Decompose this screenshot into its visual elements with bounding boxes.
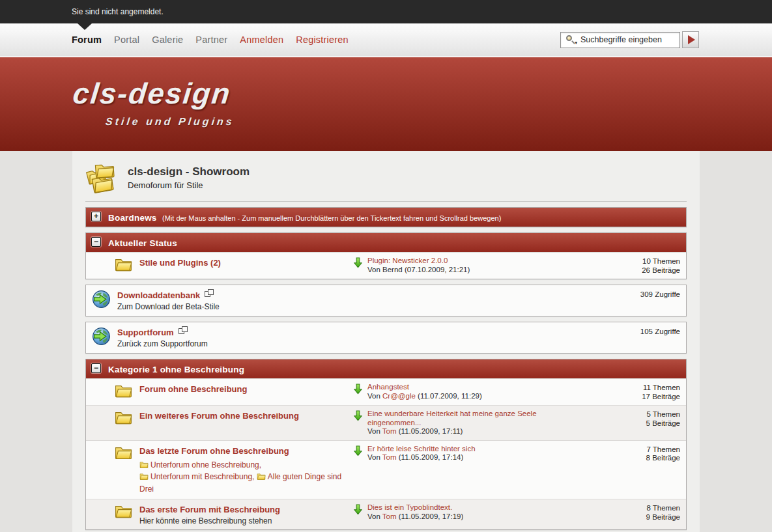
- subforum-link[interactable]: Unterforum ohne Beschreibung,: [150, 460, 261, 469]
- topic-count: 5 Themen: [603, 410, 680, 419]
- post-count: 26 Beiträge: [603, 266, 680, 275]
- forum-link[interactable]: Forum ohne Beschreibung: [139, 384, 247, 394]
- goto-last-post-icon[interactable]: [354, 445, 362, 456]
- page-subtitle: Demoforum für Stile: [128, 180, 250, 190]
- last-post-link[interactable]: Anhangstest: [367, 383, 409, 391]
- folder-icon: [115, 445, 132, 460]
- external-link-description: Zurück zum Supportforum: [117, 339, 640, 348]
- page-header: cls-design - Showroom Demoforum für Stil…: [85, 151, 687, 202]
- nav-item-forum[interactable]: Forum: [72, 35, 102, 45]
- forum-row: Das letzte Forum ohne Beschreibung Unter…: [86, 440, 686, 499]
- last-post-date: (11.07.2009, 11:29): [418, 392, 482, 400]
- boardnews-bar: + Boardnews (Mit der Maus anhalten - Zum…: [86, 208, 686, 227]
- last-post-date: (11.05.2009, 17:11): [399, 427, 463, 435]
- goto-last-post-icon[interactable]: [354, 503, 362, 515]
- external-link-icon: [179, 328, 184, 334]
- topic-count: 8 Themen: [603, 504, 680, 513]
- collapse-icon[interactable]: −: [91, 237, 101, 247]
- page-header-texts: cls-design - Showroom Demoforum für Stil…: [128, 165, 250, 190]
- forum-stats: 8 Themen 9 Beiträge: [603, 503, 680, 522]
- external-link-description: Zum Download der Beta-Stile: [117, 302, 640, 311]
- topic-count: 7 Themen: [603, 445, 680, 455]
- search-submit-arrow-icon: [688, 35, 695, 44]
- search-icon[interactable]: ▾: [565, 35, 577, 45]
- site-logo[interactable]: cls-design: [71, 77, 233, 111]
- forum-stats: 7 Themen 8 Beiträge: [603, 445, 680, 463]
- last-post-link[interactable]: Er hörte leise Schritte hinter sich: [367, 445, 476, 453]
- folders-stack-icon: [85, 161, 121, 195]
- goto-last-post-icon[interactable]: [354, 257, 362, 268]
- by-label: Von: [367, 266, 380, 273]
- nav-item-portal[interactable]: Portal: [114, 35, 139, 45]
- boardnews-hint: (Mit der Maus anhalten - Zum manuellem D…: [162, 214, 501, 222]
- forum-description: Hier könnte eine Beschreibung stehen: [139, 516, 349, 525]
- topic-count: 11 Themen: [603, 384, 680, 393]
- main-navigation: Forum Portal Galerie Partner Anmelden Re…: [0, 23, 772, 56]
- external-forum-link[interactable]: Downloaddatenbank: [117, 290, 200, 300]
- post-count: 17 Beiträge: [603, 393, 680, 402]
- last-post: Er hörte leise Schritte hinter sich Von …: [354, 445, 603, 462]
- last-post-link[interactable]: Plugin: Newsticker 2.0.0: [367, 257, 448, 264]
- last-post-meta: Von Tom (11.05.2009, 17:14): [367, 453, 476, 462]
- forum-link[interactable]: Ein weiteres Forum ohne Beschreibung: [139, 411, 299, 421]
- expand-icon[interactable]: +: [91, 212, 101, 221]
- search-input[interactable]: [580, 35, 676, 44]
- external-link-box-supportforum: Supportforum Zurück zum Supportforum 105…: [85, 322, 687, 354]
- category-title[interactable]: Kategorie 1 ohne Beschreibung: [108, 365, 244, 374]
- topic-count: 10 Themen: [603, 257, 680, 266]
- category-box-aktueller-status: − Aktueller Status Stile und Plugins (2)…: [85, 232, 687, 279]
- last-post: Plugin: Newsticker 2.0.0 Von Bernd (07.1…: [354, 257, 603, 274]
- by-label: Von: [367, 427, 380, 435]
- collapse-icon[interactable]: −: [91, 363, 101, 373]
- external-link-icon: [205, 291, 210, 297]
- category-header: − Kategorie 1 ohne Beschreibung: [86, 359, 686, 378]
- folder-icon: [115, 410, 132, 425]
- goto-last-post-icon[interactable]: [354, 410, 362, 421]
- subforum-folder-icon: [139, 461, 149, 468]
- nav-item-anmelden[interactable]: Anmelden: [240, 35, 283, 45]
- external-forum-link[interactable]: Supportforum: [117, 328, 174, 337]
- forum-link[interactable]: Stile und Plugins (2): [139, 258, 221, 268]
- last-post: Dies ist ein Typoblindtext. Von Tom (11.…: [354, 503, 603, 521]
- last-post-author-link[interactable]: Tom: [382, 453, 397, 461]
- last-post-meta: Von Bernd (07.10.2009, 21:21): [367, 266, 470, 275]
- login-status-text: Sie sind nicht angemeldet.: [72, 7, 164, 16]
- search-options-caret-icon: ▾: [575, 40, 577, 46]
- nav-item-galerie[interactable]: Galerie: [152, 35, 183, 45]
- subforum-folder-icon: [257, 473, 266, 480]
- nav-item-partner[interactable]: Partner: [195, 35, 227, 45]
- last-post-date: (07.10.2009, 21:21): [405, 266, 470, 273]
- last-post-author-link[interactable]: Cr@@gle: [382, 392, 416, 400]
- external-link-box-downloaddatenbank: Downloaddatenbank Zum Download der Beta-…: [85, 285, 687, 316]
- header-banner: cls-design Stile und Plugins: [0, 56, 772, 151]
- forum-stats: 10 Themen 26 Beiträge: [603, 257, 680, 275]
- last-post: Eine wunderbare Heiterkeit hat meine gan…: [354, 410, 603, 436]
- by-label: Von: [367, 512, 380, 520]
- main-content: cls-design - Showroom Demoforum für Stil…: [72, 151, 700, 532]
- forum-row: Forum ohne Beschreibung Anhangstest Von …: [86, 378, 686, 405]
- category-header: − Aktueller Status: [86, 233, 686, 252]
- active-tab-pointer: [78, 23, 92, 30]
- last-post-author-link[interactable]: Tom: [382, 427, 397, 435]
- category-box-kategorie-1: − Kategorie 1 ohne Beschreibung Forum oh…: [85, 359, 687, 530]
- last-post-author-link[interactable]: Tom: [382, 512, 397, 520]
- subforum-folder-icon: [139, 473, 149, 480]
- search-field-container: ▾: [560, 32, 680, 48]
- forum-link[interactable]: Das letzte Forum ohne Beschreibung: [139, 446, 289, 456]
- last-post-link[interactable]: Eine wunderbare Heiterkeit hat meine gan…: [367, 410, 537, 427]
- goto-last-post-icon[interactable]: [354, 383, 362, 395]
- forum-link[interactable]: Das erste Forum mit Beschreibung: [139, 505, 280, 514]
- search-submit-button[interactable]: [682, 31, 699, 48]
- last-post-link[interactable]: Dies ist ein Typoblindtext.: [367, 503, 452, 511]
- nav-item-registrieren[interactable]: Registrieren: [296, 35, 349, 45]
- hits-count: 105 Zugriffe: [640, 326, 680, 335]
- subforum-link[interactable]: Unterforum mit Beschreibung,: [150, 472, 254, 481]
- post-count: 5 Beiträge: [603, 419, 680, 428]
- globe-link-icon: [92, 326, 111, 346]
- by-label: Von: [367, 392, 380, 400]
- search-icon-glass: [566, 35, 572, 41]
- last-post-date: (11.05.2009, 17:19): [399, 512, 464, 520]
- category-title[interactable]: Aktueller Status: [108, 238, 177, 248]
- last-post-date: (11.05.2009, 17:14): [399, 453, 464, 461]
- site-slogan: Stile und Plugins: [105, 116, 235, 128]
